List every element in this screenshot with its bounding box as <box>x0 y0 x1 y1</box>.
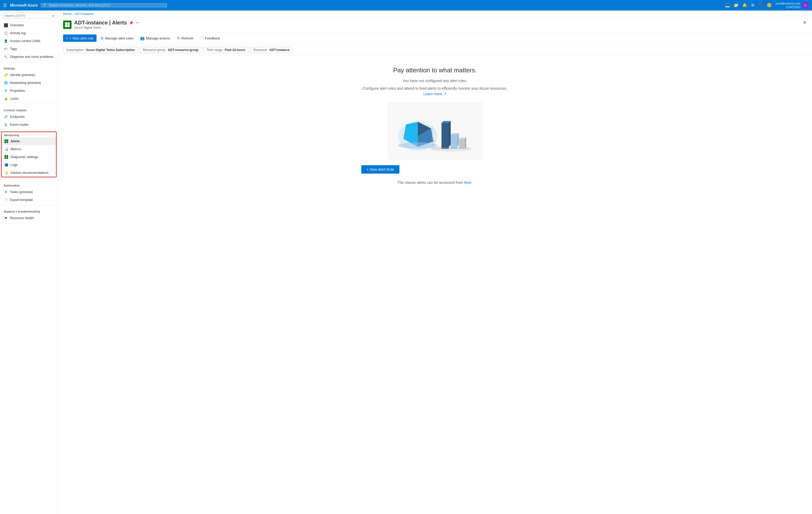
page-title: ADT-instance | Alerts 📌 ··· <box>74 20 139 26</box>
svg-rect-7 <box>6 157 8 159</box>
sidebar-search-container: « <box>0 10 58 21</box>
page-header-right: ✕ <box>803 20 807 26</box>
sidebar-item-endpoints[interactable]: 🔗 Endpoints <box>0 113 58 121</box>
time-range-filter-label: Time range : <box>206 48 224 52</box>
feedback-icon[interactable]: 😊 <box>767 3 772 8</box>
pin-icon[interactable]: 📌 <box>129 21 133 25</box>
global-search-input[interactable] <box>49 3 165 7</box>
sidebar-item-diagnostic-settings[interactable]: Diagnostic settings <box>2 153 56 161</box>
monitoring-section: Monitoring Alerts 📊 Metrics Diagnostic s… <box>1 132 57 177</box>
sidebar-collapse-button[interactable]: « <box>52 13 55 19</box>
locks-icon: 🔒 <box>4 96 8 101</box>
manage-actions-button[interactable]: 👥 Manage actions <box>137 34 173 42</box>
feedback-button[interactable]: ♡ Feedback <box>198 34 223 42</box>
settings-icon[interactable]: ⚙ <box>751 3 754 8</box>
search-icon: 🔍 <box>43 3 47 7</box>
sidebar-search-input[interactable] <box>3 12 50 19</box>
alerts-chart-svg <box>393 105 477 157</box>
breadcrumb: Home › ADT-instance <box>58 10 812 18</box>
empty-state-subtext2: Configure alert rules and attend to fire… <box>361 86 509 97</box>
new-alert-rule-btn-main[interactable]: + New Alert Rule <box>361 165 400 174</box>
activity-log-icon: 📋 <box>4 31 8 35</box>
resource-filter[interactable]: Resource : ADT-instance <box>251 47 293 53</box>
toolbar: + + New alert rule ⚙ Manage alert rules … <box>58 32 812 44</box>
page-header-left: ADT-instance | Alerts 📌 ··· Azure Digita… <box>63 20 139 29</box>
export-template-icon: 📄 <box>4 198 8 202</box>
tasks-icon: ⚙ <box>4 190 8 194</box>
close-button[interactable]: ✕ <box>803 20 807 26</box>
chart-illustration <box>387 102 482 160</box>
directory-icon[interactable]: 📁 <box>734 3 738 8</box>
content-area: Home › ADT-instance ADT-instance | Alert… <box>58 10 812 514</box>
more-options-icon[interactable]: ··· <box>136 21 139 25</box>
sidebar: « ⬛ Overview 📋 Activity log 👤 Access con… <box>0 10 58 514</box>
sidebar-item-logs[interactable]: 🔵 Logs <box>2 161 56 169</box>
sidebar-item-access-control[interactable]: 👤 Access control (IAM) <box>0 37 58 45</box>
empty-state-subtext1: You have not configured any alert rules. <box>361 78 509 84</box>
learn-more-link[interactable]: Learn more ↗ <box>423 92 446 96</box>
sidebar-label-resource-health: Resource health <box>10 216 34 220</box>
sidebar-item-event-routes[interactable]: 📡 Event routes <box>0 121 58 128</box>
sidebar-label-access-control: Access control (IAM) <box>10 39 40 43</box>
sidebar-item-activity-log[interactable]: 📋 Activity log <box>0 29 58 37</box>
page-icon <box>63 21 71 29</box>
sidebar-item-properties[interactable]: ⚙ Properties <box>0 87 58 95</box>
global-search-bar[interactable]: 🔍 <box>41 3 167 7</box>
feedback-icon: ♡ <box>200 36 204 40</box>
classic-alert-link[interactable]: here. <box>464 180 472 185</box>
automation-section-label: Automation <box>0 180 58 188</box>
identity-icon: 🔑 <box>4 73 8 77</box>
sidebar-label-alerts: Alerts <box>10 139 20 143</box>
cloud-shell-icon[interactable]: 💻 <box>725 3 730 8</box>
page-title-block: ADT-instance | Alerts 📌 ··· Azure Digita… <box>74 20 139 29</box>
help-icon[interactable]: ❓ <box>758 3 763 8</box>
sidebar-item-networking[interactable]: 🌐 Networking (preview) <box>0 79 58 87</box>
sidebar-label-logs: Logs <box>10 163 18 167</box>
sidebar-item-metrics[interactable]: 📊 Metrics <box>2 145 56 153</box>
resource-group-filter[interactable]: Resource group : ADT-resource-group <box>140 47 201 53</box>
hamburger-menu[interactable]: ☰ <box>3 3 7 8</box>
sidebar-label-properties: Properties <box>10 89 25 93</box>
empty-state: Pay attention to what matters. You have … <box>361 66 509 188</box>
svg-rect-11 <box>67 25 70 27</box>
sidebar-label-activity-log: Activity log <box>10 31 26 35</box>
notifications-icon[interactable]: 🔔 <box>742 3 747 8</box>
sidebar-item-export-template[interactable]: 📄 Export template <box>0 196 58 204</box>
sidebar-label-diagnose: Diagnose and solve problems <box>10 55 53 59</box>
sidebar-label-identity: Identity (preview) <box>10 73 35 77</box>
divider-4 <box>0 179 58 179</box>
sidebar-item-identity[interactable]: 🔑 Identity (preview) <box>0 71 58 79</box>
diagnostic-settings-icon <box>4 155 8 159</box>
resource-health-icon: ❤ <box>4 216 8 220</box>
time-range-filter[interactable]: Time range : Past 24 hours <box>204 47 249 53</box>
svg-rect-2 <box>4 142 6 143</box>
sidebar-item-tasks[interactable]: ⚙ Tasks (preview) <box>0 188 58 196</box>
sidebar-item-resource-health[interactable]: ❤ Resource health <box>0 214 58 222</box>
main-content: Pay attention to what matters. You have … <box>58 56 812 514</box>
logs-icon: 🔵 <box>4 163 8 167</box>
top-navigation: ☰ Microsoft Azure 🔍 💻 📁 🔔 ⚙ ❓ 😊 user@con… <box>0 0 812 10</box>
refresh-button[interactable]: ↻ Refresh <box>174 34 197 42</box>
sidebar-label-advisor: Advisor recommendations <box>10 171 49 175</box>
subscription-filter[interactable]: Subscription : Azure Digital Twins Subsc… <box>63 47 138 53</box>
page-subtitle: Azure Digital Twins <box>74 26 139 29</box>
svg-rect-4 <box>4 155 6 157</box>
sidebar-item-overview[interactable]: ⬛ Overview <box>0 21 58 29</box>
manage-alert-rules-button[interactable]: ⚙ Manage alert rules <box>97 34 137 42</box>
networking-icon: 🌐 <box>4 81 8 85</box>
sidebar-item-diagnose[interactable]: 🔧 Diagnose and solve problems <box>0 53 58 61</box>
svg-rect-5 <box>6 155 8 157</box>
metrics-icon: 📊 <box>4 147 8 151</box>
sidebar-label-diagnostic-settings: Diagnostic settings <box>10 155 38 159</box>
user-menu[interactable]: user@contoso.com CONTOSO U <box>776 2 809 9</box>
sidebar-item-locks[interactable]: 🔒 Locks <box>0 95 58 103</box>
breadcrumb-home[interactable]: Home <box>63 12 71 16</box>
sidebar-item-alerts[interactable]: Alerts <box>2 137 56 145</box>
sidebar-item-tags[interactable]: 🏷 Tags <box>0 45 58 53</box>
new-alert-rule-button[interactable]: + + New alert rule <box>63 34 96 42</box>
divider-2 <box>0 104 58 104</box>
page-header: ADT-instance | Alerts 📌 ··· Azure Digita… <box>58 18 812 32</box>
sidebar-item-advisor[interactable]: 💡 Advisor recommendations <box>2 169 56 177</box>
breadcrumb-resource[interactable]: ADT-instance <box>75 12 94 16</box>
svg-marker-20 <box>449 121 451 147</box>
